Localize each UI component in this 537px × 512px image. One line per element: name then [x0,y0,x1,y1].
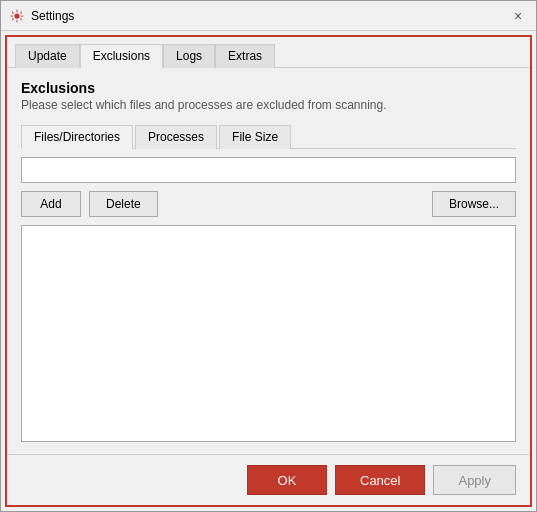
tab-files-directories[interactable]: Files/Directories [21,125,133,149]
window-content: Update Exclusions Logs Extras Exclusions… [5,35,532,507]
tab-update[interactable]: Update [15,44,80,68]
tab-file-size[interactable]: File Size [219,125,291,149]
title-bar-left: Settings [9,8,74,24]
svg-point-0 [14,13,19,18]
section-title: Exclusions [21,80,516,96]
add-button[interactable]: Add [21,191,81,217]
close-button[interactable]: × [508,6,528,26]
settings-window: Settings × Update Exclusions Logs Extras… [0,0,537,512]
settings-icon [9,8,25,24]
ok-button[interactable]: OK [247,465,327,495]
tab-extras[interactable]: Extras [215,44,275,68]
section-header: Exclusions Please select which files and… [21,80,516,112]
main-content-area: Exclusions Please select which files and… [7,68,530,454]
path-input[interactable] [21,157,516,183]
cancel-button[interactable]: Cancel [335,465,425,495]
section-subtitle: Please select which files and processes … [21,98,516,112]
bottom-bar: OK Cancel Apply [7,454,530,505]
delete-button[interactable]: Delete [89,191,158,217]
window-title: Settings [31,9,74,23]
browse-button[interactable]: Browse... [432,191,516,217]
tab-processes[interactable]: Processes [135,125,217,149]
exclusions-list[interactable] [21,225,516,442]
main-tab-bar: Update Exclusions Logs Extras [7,37,530,68]
title-bar: Settings × [1,1,536,31]
apply-button[interactable]: Apply [433,465,516,495]
action-buttons: Add Delete Browse... [21,191,516,217]
tab-logs[interactable]: Logs [163,44,215,68]
inner-tab-bar: Files/Directories Processes File Size [21,124,516,149]
tab-exclusions[interactable]: Exclusions [80,44,163,68]
